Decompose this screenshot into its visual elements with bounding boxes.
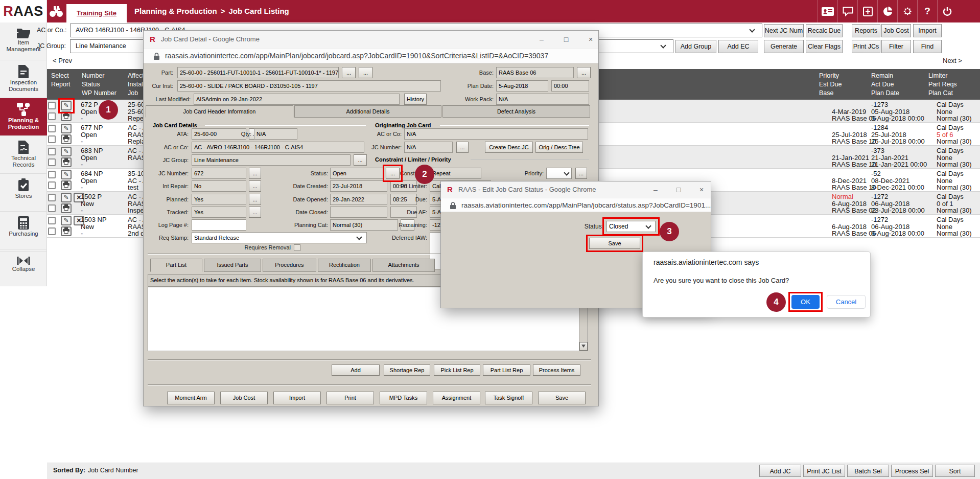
select-checkbox[interactable] xyxy=(48,148,56,155)
binoculars-icon[interactable] xyxy=(49,5,63,19)
part-list-rep-button[interactable]: Part List Rep xyxy=(483,364,530,376)
tab-job-card-header-information[interactable]: Job Card Header Information xyxy=(146,105,293,118)
print-job-card-icon[interactable] xyxy=(61,226,72,236)
header-remain[interactable]: RemainAct DuePlan Date xyxy=(871,72,899,98)
generate-button[interactable]: Generate xyxy=(764,40,804,53)
header-number[interactable]: NumberStatusWP Number xyxy=(82,72,116,98)
tab-issued-parts[interactable]: Issued Parts xyxy=(204,259,261,272)
sort-button[interactable]: Sort xyxy=(935,465,975,477)
orig-desc-tree-button[interactable]: Orig / Desc Tree xyxy=(535,142,583,153)
add-jc-button[interactable]: Add JC xyxy=(759,465,801,477)
jc-number-field[interactable]: 672 xyxy=(192,168,246,179)
requires-removal-checkbox[interactable] xyxy=(294,244,300,251)
header-limiter[interactable]: LimiterPart ReqsPlan Cat xyxy=(928,72,957,98)
breadcrumb-section[interactable]: Planning & Production xyxy=(134,7,217,15)
sidebar-item-planning-production[interactable]: Planning & Production xyxy=(0,98,47,136)
find-button[interactable]: Find xyxy=(913,40,942,53)
print-job-card-icon[interactable] xyxy=(61,180,72,190)
mpd-tasks-button[interactable]: MPD Tasks xyxy=(380,392,427,404)
print-job-card-icon[interactable] xyxy=(61,203,72,213)
tracked-lookup-button[interactable]: ... xyxy=(249,207,261,218)
header-select[interactable]: SelectReport xyxy=(51,72,71,89)
process-items-button[interactable]: Process Items xyxy=(533,364,580,376)
print-button-window[interactable]: Print xyxy=(326,392,374,404)
report-checkbox[interactable] xyxy=(48,181,56,189)
base-lookup-button[interactable]: ... xyxy=(577,67,591,78)
shortage-rep-button[interactable]: Shortage Rep xyxy=(384,364,430,376)
tab-additional-details[interactable]: Additional Details xyxy=(294,105,441,118)
sidebar-item-technical-records[interactable]: Technical Records xyxy=(0,136,47,174)
recalc-due-button[interactable]: Recalc Due xyxy=(806,24,843,37)
report-checkbox[interactable] xyxy=(48,204,56,212)
edit-job-card-icon[interactable]: ✎ xyxy=(61,170,72,179)
edit-job-card-icon[interactable]: ✎ xyxy=(61,216,72,225)
edit-job-card-icon[interactable]: ✎ xyxy=(61,193,72,202)
gears-icon[interactable] xyxy=(897,0,917,22)
print-job-card-icon[interactable] xyxy=(61,157,72,167)
report-checkbox[interactable] xyxy=(48,112,56,120)
select-checkbox[interactable] xyxy=(48,125,56,132)
window-title-bar[interactable]: R RAAS - Edit Job Card Status - Google C… xyxy=(441,181,711,198)
planned-lookup-button[interactable]: ... xyxy=(249,194,261,205)
import-button-window[interactable]: Import xyxy=(273,392,321,404)
report-checkbox[interactable] xyxy=(48,158,56,166)
power-icon[interactable] xyxy=(937,0,957,22)
select-checkbox[interactable] xyxy=(48,217,56,224)
url-bar[interactable]: raasais.aviationintertec.com/app/MainPla… xyxy=(441,198,711,212)
part-lookup-button-2[interactable]: ... xyxy=(359,67,372,78)
task-signoff-button[interactable]: Task Signoff xyxy=(485,392,532,404)
window-title-bar[interactable]: R Job Card Detail - Google Chrome – □ × xyxy=(144,31,598,48)
tab-attachments[interactable]: Attachments xyxy=(372,259,435,272)
print-jcs-button[interactable]: Print JCs xyxy=(852,40,880,53)
orig-jc-lookup-button[interactable]: ... xyxy=(456,142,469,153)
chat-icon[interactable] xyxy=(837,0,857,22)
clear-flags-button[interactable]: Clear Flags xyxy=(806,40,843,53)
part-lookup-button[interactable]: ... xyxy=(342,67,356,78)
id-card-icon[interactable] xyxy=(818,0,837,22)
select-checkbox[interactable] xyxy=(48,102,56,109)
select-checkbox[interactable] xyxy=(48,171,56,178)
batch-sel-button[interactable]: Batch Sel xyxy=(847,465,889,477)
tab-rectification[interactable]: Rectification xyxy=(318,259,371,272)
help-icon[interactable]: ? xyxy=(917,0,937,22)
pick-list-rep-button[interactable]: Pick List Rep xyxy=(434,364,480,376)
process-sel-button[interactable]: Process Sel xyxy=(891,465,933,477)
report-checkbox[interactable] xyxy=(48,135,56,143)
priority-lookup-button[interactable]: ... xyxy=(575,168,587,179)
report-checkbox[interactable] xyxy=(48,227,56,235)
select-checkbox[interactable] xyxy=(48,194,56,201)
cancel-button[interactable]: Cancel xyxy=(827,295,866,309)
plan-time-field[interactable]: 00:00 xyxy=(551,80,589,92)
reports-button[interactable]: Reports xyxy=(852,24,880,37)
sidebar-item-inspection-documents[interactable]: Inspection Documents xyxy=(0,60,47,98)
sidebar-item-purchasing[interactable]: Purchasing xyxy=(0,212,47,249)
sidebar-item-stores[interactable]: Stores xyxy=(0,174,47,212)
maximize-icon[interactable]: □ xyxy=(671,181,686,199)
assignment-button[interactable]: Assignment xyxy=(433,392,480,404)
sidebar-collapse-button[interactable]: Collapse xyxy=(0,252,47,286)
jc-group-lookup-button[interactable]: ... xyxy=(354,154,367,166)
tab-training-site[interactable]: Training Site xyxy=(66,4,127,22)
save-button-window[interactable]: Save xyxy=(538,392,586,404)
header-priority[interactable]: PriorityEst DueBase xyxy=(819,72,842,98)
create-desc-jc-button[interactable]: Create Desc JC xyxy=(485,142,533,153)
import-button[interactable]: Import xyxy=(913,24,942,37)
add-window-icon[interactable] xyxy=(857,0,877,22)
add-ec-button[interactable]: Add EC xyxy=(718,40,758,53)
jc-number-lookup-button[interactable]: ... xyxy=(249,168,261,179)
scroll-down-button[interactable] xyxy=(579,342,588,351)
maximize-icon[interactable]: □ xyxy=(558,31,574,48)
next-jc-num-button[interactable]: Next JC Num xyxy=(764,24,804,37)
edit-job-card-icon[interactable]: ✎ xyxy=(61,147,72,156)
pie-chart-icon[interactable] xyxy=(877,0,897,22)
add-group-button[interactable]: Add Group xyxy=(675,40,716,53)
tab-defect-analysis[interactable]: Defect Analysis xyxy=(442,105,590,118)
minimize-icon[interactable]: – xyxy=(648,181,663,199)
tab-procedures[interactable]: Procedures xyxy=(263,259,316,272)
job-cost-button-window[interactable]: Job Cost xyxy=(220,392,268,404)
prev-page-link[interactable]: < Prev xyxy=(53,57,72,64)
edit-job-card-icon[interactable]: ✎ xyxy=(61,124,72,133)
print-job-card-icon[interactable] xyxy=(61,134,72,144)
int-repair-lookup-button[interactable]: ... xyxy=(249,180,261,192)
history-button[interactable]: History xyxy=(404,94,427,105)
